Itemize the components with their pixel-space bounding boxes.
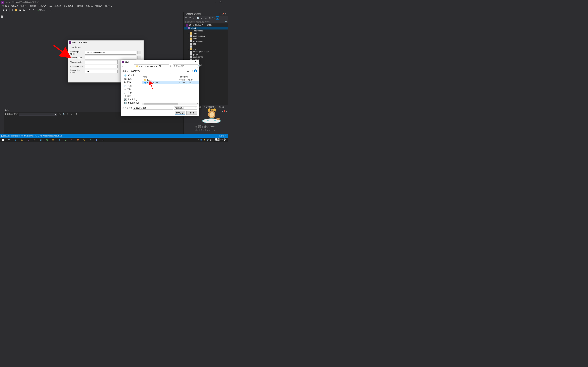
showall-icon[interactable]: ▤ xyxy=(208,17,211,20)
menu-item[interactable]: 分析(N) xyxy=(85,4,94,8)
file-row[interactable]: 📁base2020/6/14 13:45 xyxy=(142,79,199,81)
menu-item[interactable]: 测试(S) xyxy=(76,4,85,8)
minimize-button[interactable]: ─ xyxy=(213,0,218,4)
tree-node[interactable]: ▸client xyxy=(184,32,228,35)
app-icon-5[interactable]: ◍ xyxy=(56,138,62,142)
bottom-tab[interactable]: 类视图 xyxy=(218,105,226,109)
output-wrap-icon[interactable]: ↩ xyxy=(70,113,73,116)
tree-node[interactable]: .cocos-project.json xyxy=(184,50,228,53)
file-search[interactable]: 🔍 xyxy=(173,64,198,68)
place-item[interactable]: 🖼图片 xyxy=(121,81,142,84)
crumb-debug[interactable]: debug xyxy=(147,65,154,68)
menu-item[interactable]: 编辑(E) xyxy=(10,4,19,8)
place-item[interactable]: 📄文档 xyxy=(121,84,142,87)
col-date[interactable]: 修改日期 xyxy=(179,75,199,79)
working-path-input[interactable] xyxy=(85,60,118,64)
pane-dropdown-icon[interactable]: ▾ xyxy=(219,13,221,15)
output-find-icon[interactable]: 🔍 xyxy=(62,113,66,116)
filename-input[interactable] xyxy=(133,106,173,110)
menu-item[interactable]: 团队(M) xyxy=(38,4,47,8)
help-button[interactable]: ? xyxy=(194,69,197,72)
edge-icon[interactable]: ◉ xyxy=(12,138,19,142)
file-row[interactable]: 🔷GloryProject2020/6/1 23:20 xyxy=(142,81,199,84)
place-item[interactable]: ⬇下载 xyxy=(121,87,142,91)
app-icon-1[interactable]: ◐ xyxy=(31,138,37,142)
menu-item[interactable]: 视图(V) xyxy=(19,4,28,8)
team-pin-icon[interactable]: 📌 xyxy=(223,110,225,112)
vs-running-icon[interactable]: ◈ xyxy=(100,138,106,142)
attach-button[interactable]: ▶ 附加… ▼ xyxy=(37,8,47,12)
exe-path-input[interactable] xyxy=(85,56,136,59)
nav-forward-button[interactable]: → xyxy=(125,64,127,68)
undo-icon[interactable]: ↶ xyxy=(28,8,31,12)
scripts-folder-browse-button[interactable]: ... xyxy=(137,51,141,54)
crumb-win32[interactable]: win32 xyxy=(155,65,162,68)
output-toggle-icon[interactable]: ↧ xyxy=(66,113,69,116)
tray-battery-icon[interactable]: ⚡ xyxy=(203,139,206,141)
place-item[interactable]: 🧊3D 对象 xyxy=(121,74,142,77)
place-item[interactable]: 💽本地磁盘 (C:) xyxy=(121,98,142,101)
side-tab[interactable]: 工具箱 xyxy=(0,13,0,134)
app-icon-11[interactable]: ⬣ xyxy=(94,138,100,142)
output-clear-icon[interactable]: ✎ xyxy=(58,113,62,116)
preview-pane-icon[interactable]: ▯ xyxy=(190,70,194,72)
menu-item[interactable]: 调试(D) xyxy=(28,4,38,8)
start-button[interactable] xyxy=(0,138,6,142)
places-sidebar[interactable]: 🧊3D 对象🎬视频🖼图片📄文档⬇下载🎵音乐🖥桌面💽本地磁盘 (C:)💽本地磁盘 … xyxy=(121,73,142,105)
sync-icon[interactable]: 🔄 xyxy=(196,17,199,20)
tree-node[interactable]: ▸client1 xyxy=(184,37,228,40)
nav-up-button[interactable]: ↑ xyxy=(131,64,133,68)
menu-item[interactable]: 工具(T) xyxy=(53,4,62,8)
tree-node[interactable]: client.config xyxy=(184,56,228,58)
app-icon-7[interactable]: ◎ xyxy=(69,138,75,142)
tray-chevron-icon[interactable]: ˄ xyxy=(198,139,199,141)
menu-item[interactable]: 体系结构(C) xyxy=(62,4,76,8)
team-close-icon[interactable]: ✕ xyxy=(225,110,227,112)
file-list[interactable]: ˄ 名称 修改日期 📁base2020/6/14 13:45🔷GloryProj… xyxy=(142,73,199,105)
new-folder-button[interactable]: 新建文件夹 xyxy=(131,70,141,72)
scripts-folder-input[interactable] xyxy=(85,51,136,55)
file-filter-select[interactable]: Application ▾ xyxy=(174,106,197,110)
search-icon[interactable]: 🔍 xyxy=(225,20,228,23)
explorer-icon[interactable]: 🗂 xyxy=(19,138,25,142)
redo-icon[interactable]: ↷ xyxy=(32,8,35,12)
place-item[interactable]: 🖥桌面 xyxy=(121,94,142,98)
home-icon[interactable]: ⌂ xyxy=(192,17,195,20)
tray-ime[interactable]: 英 xyxy=(210,139,212,141)
crumb-run[interactable]: run xyxy=(140,65,145,68)
col-name[interactable]: 名称 xyxy=(142,75,179,79)
solution-search[interactable]: 🔍 xyxy=(184,20,228,24)
nav-back-icon[interactable]: ◀ xyxy=(1,8,5,12)
save-all-icon[interactable]: 🗂 xyxy=(23,8,26,12)
fwd-icon[interactable]: ◯ xyxy=(188,17,191,20)
nav-refresh-button[interactable]: ↻ xyxy=(170,64,172,68)
refresh-icon[interactable]: ↺ xyxy=(200,17,203,20)
open-file-icon[interactable]: 📂 xyxy=(15,8,18,12)
app-icon-2[interactable]: ▦ xyxy=(37,138,44,142)
view-menu-icon[interactable]: ☰ ▾ xyxy=(187,70,190,72)
vs-icon[interactable]: ◈ xyxy=(25,138,31,142)
cmdline-input[interactable] xyxy=(85,65,118,68)
tree-node[interactable]: frameworks xyxy=(184,40,228,43)
menu-item[interactable]: 文件(F) xyxy=(1,4,10,8)
app-icon-3[interactable]: ▧ xyxy=(44,138,50,142)
menu-item[interactable]: 窗口(W) xyxy=(94,4,104,8)
output-goto-icon[interactable]: 🛠 xyxy=(75,113,78,116)
app-icon-8[interactable]: ⬢ xyxy=(75,138,81,142)
app-icon-10[interactable]: ◇ xyxy=(87,138,94,142)
tray-volume-icon[interactable]: 🔊 xyxy=(207,139,209,141)
tree-node[interactable]: obj xyxy=(184,45,228,48)
nav-back-button[interactable]: ← xyxy=(122,64,124,68)
tree-node[interactable]: ▾解决方案"client"(1 个项目) xyxy=(184,24,228,27)
tree-node[interactable]: .project xyxy=(184,53,228,56)
app-icon-4[interactable]: ⧓ xyxy=(50,138,56,142)
tree-node[interactable]: ▸run xyxy=(184,48,228,50)
exe-path-browse-button[interactable]: ... xyxy=(137,56,141,59)
maximize-button[interactable]: ❐ xyxy=(218,0,223,4)
nav-recent-button[interactable]: ▾ xyxy=(128,64,130,68)
nav-fwd-icon[interactable]: ▶ xyxy=(5,8,9,12)
app-icon-9[interactable]: ⬡ xyxy=(81,138,87,142)
tray[interactable]: ˄ 👤 ⚡ 🔊 英 xyxy=(197,139,213,141)
place-item[interactable]: 🎵音乐 xyxy=(121,91,142,94)
bottom-tab[interactable]: 团队资源管理器 xyxy=(202,105,218,109)
